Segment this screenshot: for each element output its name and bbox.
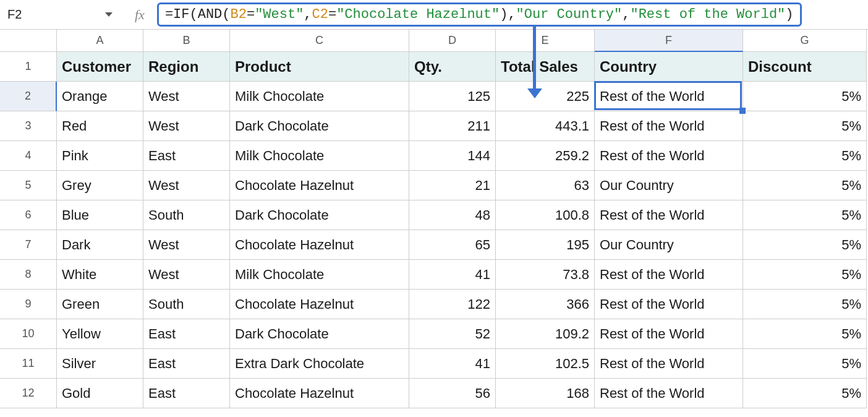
cell-A6[interactable]: Blue: [57, 200, 143, 230]
cell-A5[interactable]: Grey: [57, 171, 143, 200]
row-header-7[interactable]: 7: [0, 230, 57, 260]
cell-C5[interactable]: Chocolate Hazelnut: [230, 171, 409, 200]
col-header-C[interactable]: C: [230, 30, 409, 52]
name-box[interactable]: F2: [0, 4, 117, 26]
cell-D10[interactable]: 52: [409, 319, 496, 349]
row-header-6[interactable]: 6: [0, 200, 57, 230]
row-header-1[interactable]: 1: [0, 52, 57, 82]
cell-A12[interactable]: Gold: [57, 379, 143, 408]
cell-F3[interactable]: Rest of the World: [595, 111, 743, 141]
cell-C12[interactable]: Chocolate Hazelnut: [230, 379, 409, 408]
row-header-3[interactable]: 3: [0, 111, 57, 141]
cell-G8[interactable]: 5%: [743, 260, 867, 290]
cell-B8[interactable]: West: [143, 260, 230, 290]
cell-B11[interactable]: East: [143, 349, 230, 379]
cell-F12[interactable]: Rest of the World: [595, 379, 743, 408]
cell-B12[interactable]: East: [143, 379, 230, 408]
row-header-4[interactable]: 4: [0, 141, 57, 171]
cell-D4[interactable]: 144: [409, 141, 496, 171]
cell-G2[interactable]: 5%: [743, 82, 867, 111]
row-header-8[interactable]: 8: [0, 260, 57, 290]
cell-E8[interactable]: 73.8: [496, 260, 595, 290]
cell-C2[interactable]: Milk Chocolate: [230, 82, 409, 111]
row-header-5[interactable]: 5: [0, 171, 57, 200]
cell-D6[interactable]: 48: [409, 200, 496, 230]
cell-D8[interactable]: 41: [409, 260, 496, 290]
table-header[interactable]: Product: [230, 52, 409, 82]
cell-B2[interactable]: West: [143, 82, 230, 111]
cell-A7[interactable]: Dark: [57, 230, 143, 260]
cell-G6[interactable]: 5%: [743, 200, 867, 230]
col-header-B[interactable]: B: [143, 30, 230, 52]
cell-A10[interactable]: Yellow: [57, 319, 143, 349]
cell-D5[interactable]: 21: [409, 171, 496, 200]
cell-E4[interactable]: 259.2: [496, 141, 595, 171]
cell-A2[interactable]: Orange: [57, 82, 143, 111]
cell-G12[interactable]: 5%: [743, 379, 867, 408]
cell-C4[interactable]: Milk Chocolate: [230, 141, 409, 171]
cell-C7[interactable]: Chocolate Hazelnut: [230, 230, 409, 260]
cell-D3[interactable]: 211: [409, 111, 496, 141]
cell-F9[interactable]: Rest of the World: [595, 290, 743, 319]
table-header[interactable]: Country: [595, 52, 743, 82]
cell-E2[interactable]: 225: [496, 82, 595, 111]
cell-C10[interactable]: Dark Chocolate: [230, 319, 409, 349]
cell-D11[interactable]: 41: [409, 349, 496, 379]
row-header-10[interactable]: 10: [0, 319, 57, 349]
cell-B3[interactable]: West: [143, 111, 230, 141]
cell-G7[interactable]: 5%: [743, 230, 867, 260]
cell-B9[interactable]: South: [143, 290, 230, 319]
cell-C6[interactable]: Dark Chocolate: [230, 200, 409, 230]
cell-G4[interactable]: 5%: [743, 141, 867, 171]
cell-C11[interactable]: Extra Dark Chocolate: [230, 349, 409, 379]
col-header-A[interactable]: A: [57, 30, 143, 52]
cell-B4[interactable]: East: [143, 141, 230, 171]
cell-E7[interactable]: 195: [496, 230, 595, 260]
cell-G11[interactable]: 5%: [743, 349, 867, 379]
row-header-2[interactable]: 2: [0, 82, 57, 111]
cell-F8[interactable]: Rest of the World: [595, 260, 743, 290]
cell-F6[interactable]: Rest of the World: [595, 200, 743, 230]
cell-F7[interactable]: Our Country: [595, 230, 743, 260]
cell-C9[interactable]: Chocolate Hazelnut: [230, 290, 409, 319]
cell-F5[interactable]: Our Country: [595, 171, 743, 200]
cell-C3[interactable]: Dark Chocolate: [230, 111, 409, 141]
cell-B6[interactable]: South: [143, 200, 230, 230]
formula-input[interactable]: =IF(AND(B2="West",C2="Chocolate Hazelnut…: [157, 2, 802, 27]
cell-E9[interactable]: 366: [496, 290, 595, 319]
cell-C8[interactable]: Milk Chocolate: [230, 260, 409, 290]
cell-E5[interactable]: 63: [496, 171, 595, 200]
row-header-11[interactable]: 11: [0, 349, 57, 379]
cell-G9[interactable]: 5%: [743, 290, 867, 319]
col-header-D[interactable]: D: [409, 30, 496, 52]
select-all-corner[interactable]: [0, 30, 57, 52]
cell-D12[interactable]: 56: [409, 379, 496, 408]
cell-E10[interactable]: 109.2: [496, 319, 595, 349]
spreadsheet-grid[interactable]: A B C D E F G 1 Customer Region Product …: [0, 30, 868, 408]
row-header-9[interactable]: 9: [0, 290, 57, 319]
cell-G10[interactable]: 5%: [743, 319, 867, 349]
selection-fill-handle[interactable]: [739, 108, 746, 114]
table-header[interactable]: Region: [143, 52, 230, 82]
dropdown-icon[interactable]: [105, 12, 113, 17]
col-header-E[interactable]: E: [496, 30, 595, 52]
cell-B10[interactable]: East: [143, 319, 230, 349]
formula-bar[interactable]: =IF(AND(B2="West",C2="Chocolate Hazelnut…: [157, 2, 868, 27]
table-header[interactable]: Qty.: [409, 52, 496, 82]
cell-G5[interactable]: 5%: [743, 171, 867, 200]
row-header-12[interactable]: 12: [0, 379, 57, 408]
table-header[interactable]: Discount: [743, 52, 867, 82]
cell-F4[interactable]: Rest of the World: [595, 141, 743, 171]
col-header-F[interactable]: F: [595, 30, 743, 52]
cell-E12[interactable]: 168: [496, 379, 595, 408]
cell-A8[interactable]: White: [57, 260, 143, 290]
cell-F11[interactable]: Rest of the World: [595, 349, 743, 379]
cell-E11[interactable]: 102.5: [496, 349, 595, 379]
cell-A4[interactable]: Pink: [57, 141, 143, 171]
fx-icon[interactable]: fx: [135, 7, 145, 23]
cell-E6[interactable]: 100.8: [496, 200, 595, 230]
col-header-G[interactable]: G: [743, 30, 867, 52]
cell-A3[interactable]: Red: [57, 111, 143, 141]
cell-E3[interactable]: 443.1: [496, 111, 595, 141]
cell-D7[interactable]: 65: [409, 230, 496, 260]
